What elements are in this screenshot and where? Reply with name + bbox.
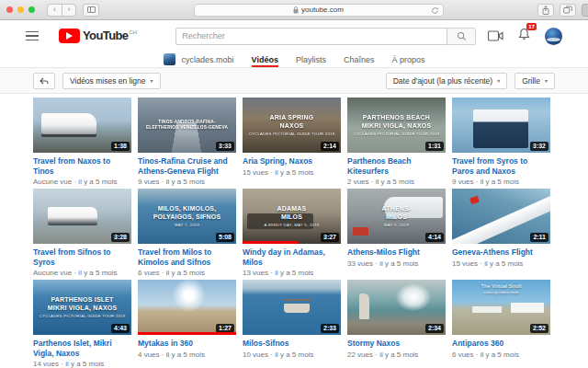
youtube-logo[interactable]: YouTube CH: [59, 29, 137, 43]
upload-video-icon[interactable]: [488, 30, 503, 41]
minimize-window-button[interactable]: [17, 6, 24, 13]
thumbnail-caption-line: MILOS: [281, 213, 302, 222]
video-title-link[interactable]: Parthenos Beach Kitesurfers: [347, 156, 446, 176]
brand-region: CH: [129, 29, 137, 35]
video-thumbnail[interactable]: ATHENS-MILOSMAY 5, 20194:14: [347, 189, 446, 244]
video-title-link[interactable]: Geneva-Athens Flight: [452, 247, 550, 258]
video-title-link[interactable]: Mytakas in 360: [138, 339, 236, 349]
view-mode-label: Grille: [522, 76, 540, 86]
return-arrow-icon: [40, 77, 49, 85]
account-avatar[interactable]: [545, 28, 562, 45]
tab-about-label: À propos: [391, 55, 424, 64]
forward-button[interactable]: ›: [62, 5, 75, 16]
channel-name: cyclades.mobi: [182, 55, 234, 64]
video-thumbnail[interactable]: 1:27: [138, 280, 236, 335]
video-card: ARIA SPRINGNAXOSCYCLADES PICTORIAL GUIDE…: [243, 98, 341, 178]
close-window-button[interactable]: [6, 6, 13, 13]
thumbnail-caption-line: ADAMAS: [277, 205, 307, 213]
notification-badge: 17: [526, 23, 537, 30]
video-card: 3:28Travel from Sifnos to SyrosAucune vu…: [33, 189, 131, 270]
duration-badge: 4:43: [111, 324, 130, 333]
video-title-link[interactable]: Travel from Syros to Paros and Naxos: [452, 156, 550, 176]
thumbnail-caption-subtitle: MAY 7, 2019: [175, 223, 199, 227]
menu-button[interactable]: [26, 31, 39, 41]
channel-avatar: [164, 53, 175, 65]
duration-badge: 1:31: [425, 142, 444, 151]
video-meta: 9 vues · il y a 5 mois: [452, 178, 550, 186]
view-mode-dropdown[interactable]: Grille ▾: [514, 73, 555, 89]
video-card: The Virtual Strollwww.cyclades.mobi2:52A…: [452, 280, 550, 361]
sort-dropdown[interactable]: Date d'ajout (la plus récente) ▾: [386, 73, 507, 89]
video-card: 1:27Mytakas in 3604 vues · il y a 5 mois: [138, 280, 236, 361]
video-thumbnail[interactable]: The Virtual Strollwww.cyclades.mobi2:52: [452, 280, 550, 335]
search-button[interactable]: [447, 28, 476, 45]
video-thumbnail[interactable]: MILOS, KIMOLOS,POLYAIGOS, SIFNOSMAY 7, 2…: [138, 189, 236, 244]
tab-playlists-label: Playlists: [296, 55, 326, 64]
youtube-header: YouTube CH 17: [0, 20, 588, 52]
video-card: ADAMASMILOSA WINDY DAY, MAY 5, 20193:27W…: [243, 189, 341, 270]
thumbnail-caption-line: POLYAIGOS, SIFNOS: [153, 213, 221, 222]
video-grid: 1:38Travel from Naxos to TinosAucune vue…: [0, 94, 588, 368]
video-thumbnail[interactable]: 2:11: [452, 189, 550, 244]
video-meta: 15 vues · il y a 5 mois: [452, 259, 550, 268]
video-title-link[interactable]: Travel from Naxos to Tinos: [33, 156, 131, 176]
video-meta: 10 vues · il y a 5 mois: [243, 351, 341, 359]
video-meta: 4 vues · il y a 5 mois: [138, 351, 236, 359]
duration-badge: 2:34: [425, 324, 444, 333]
video-thumbnail[interactable]: 2:33: [243, 280, 341, 335]
channel-home-link[interactable]: cyclades.mobi: [164, 53, 234, 65]
video-title-link[interactable]: Athens-Milos Flight: [347, 247, 446, 258]
video-thumbnail[interactable]: ARIA SPRINGNAXOSCYCLADES PICTORIAL GUIDE…: [243, 98, 341, 153]
back-to-channel-button[interactable]: [33, 73, 55, 89]
duration-badge: 2:52: [530, 324, 548, 333]
tab-videos[interactable]: Vidéos: [252, 52, 278, 67]
video-thumbnail[interactable]: 3:28: [33, 189, 131, 244]
duration-badge: 3:27: [321, 233, 339, 242]
tab-stub[interactable]: [582, 4, 588, 17]
video-meta: 13 vues · il y a 5 mois: [243, 269, 341, 277]
thumbnail-caption-line: ARIA SPRING: [270, 114, 314, 122]
video-card: PARTHENOS BEACHMIKRI VIGLA, NAXOSCYCLADE…: [347, 98, 446, 178]
video-title-link[interactable]: Aria Spring, Naxos: [243, 156, 341, 167]
thumbnail-caption-subtitle: A WINDY DAY, MAY 5, 2019: [265, 223, 320, 227]
share-button[interactable]: [537, 4, 554, 17]
thumbnail-caption-line: The Virtual Stroll: [481, 283, 521, 290]
duration-badge: 2:11: [530, 233, 548, 242]
video-title-link[interactable]: Tinos-Rafina Cruise and Athens-Geneva Fl…: [138, 156, 236, 176]
search-input[interactable]: [175, 28, 447, 45]
video-title-link[interactable]: Parthenos Islet, Mikri Vigla, Naxos: [33, 339, 131, 358]
video-meta: Aucune vue · il y a 5 mois: [33, 178, 131, 186]
thumbnail-caption-line: ATHENS-: [382, 205, 412, 213]
thumbnail-caption-line: MILOS: [386, 213, 407, 222]
video-thumbnail[interactable]: 2:34: [347, 280, 446, 335]
uploads-filter-dropdown[interactable]: Vidéos mises en ligne ▾: [62, 73, 161, 89]
video-meta: 6 vues · il y a 5 mois: [138, 269, 236, 277]
watch-progress-bar: [138, 332, 236, 335]
video-title-link[interactable]: Antiparos 360: [452, 339, 550, 349]
duration-badge: 5:08: [216, 233, 234, 242]
zoom-window-button[interactable]: [28, 6, 35, 13]
sidebar-toggle-button[interactable]: [83, 4, 99, 17]
tab-about[interactable]: À propos: [391, 52, 424, 67]
video-title-link[interactable]: Travel from Milos to Kimolos and Sifnos: [138, 247, 236, 267]
video-thumbnail[interactable]: PARTHENOS BEACHMIKRI VIGLA, NAXOSCYCLADE…: [347, 98, 446, 153]
video-card: ATHENS-MILOSMAY 5, 20194:14Athens-Milos …: [347, 189, 446, 270]
tab-playlists[interactable]: Playlists: [296, 52, 326, 67]
video-thumbnail[interactable]: 1:38: [33, 98, 131, 153]
tab-channels[interactable]: Chaînes: [344, 52, 375, 67]
reload-icon[interactable]: [431, 6, 439, 15]
video-thumbnail[interactable]: TINOS-ANDROS-RAFINA-ELEFTHERIOS VENIZELO…: [138, 98, 236, 153]
duration-badge: 2:14: [321, 142, 339, 151]
video-title-link[interactable]: Windy day in Adamas, Milos: [243, 247, 341, 267]
video-thumbnail[interactable]: 3:32: [452, 98, 550, 153]
address-bar[interactable]: youtube.com: [194, 4, 444, 17]
video-thumbnail[interactable]: PARTHENOS ISLETMIKRI VIGLA, NAXOSCYCLADE…: [33, 280, 131, 335]
video-title-link[interactable]: Milos-Sifnos: [243, 339, 341, 349]
video-thumbnail[interactable]: ADAMASMILOSA WINDY DAY, MAY 5, 20193:27: [243, 189, 341, 244]
video-title-link[interactable]: Stormy Naxos: [347, 339, 446, 349]
notifications-button[interactable]: 17: [518, 28, 530, 44]
video-title-link[interactable]: Travel from Sifnos to Syros: [33, 247, 131, 267]
chevron-down-icon: ▾: [497, 77, 500, 84]
tab-overview-button[interactable]: [560, 4, 576, 17]
back-button[interactable]: ‹: [48, 5, 62, 16]
